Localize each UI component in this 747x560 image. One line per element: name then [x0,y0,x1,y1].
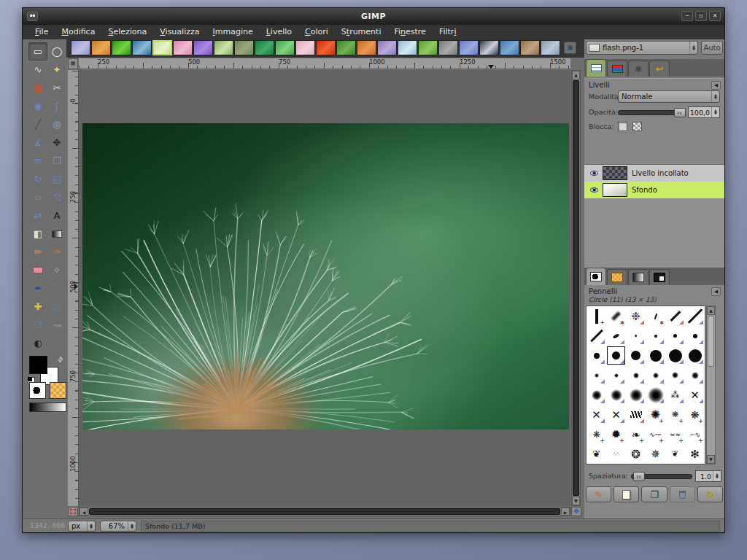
menu-file[interactable]: File [28,25,55,39]
zoom-combo[interactable]: 67% [100,521,136,532]
image-thumbnail[interactable] [214,40,233,55]
brush-grain2[interactable]: ❋+ [685,405,705,424]
layer-mode-combo[interactable]: Normale [618,90,720,103]
brush-fdot8[interactable] [646,365,665,385]
tool-eraser[interactable] [28,261,47,279]
tool-paintbrush[interactable]: ✑ [47,243,66,261]
visibility-eye-icon[interactable] [590,187,598,192]
brush-fdot8[interactable] [626,365,646,385]
image-thumbnail[interactable] [255,40,274,55]
tool-fuzzy-select[interactable]: ✦ [47,61,66,79]
tool-foreground-select[interactable]: ◉ [28,97,47,115]
tool-move[interactable]: ✥ [47,133,66,152]
panel-menu-icon[interactable]: ◀ [711,287,721,296]
image-thumbnail[interactable] [316,40,336,55]
tool-dodge-burn[interactable]: ◐ [28,334,47,352]
menu-visualizza[interactable]: Visualizza [153,25,206,39]
tool-align[interactable]: ≡ [28,152,47,170]
dock-tab-gradients[interactable] [628,269,649,285]
tool-bucket-fill[interactable]: ◧ [28,225,47,243]
brush-splatP[interactable]: ❉ [626,306,646,326]
auto-follow-button[interactable]: Auto [701,41,723,55]
brush-x[interactable]: ✕ [587,405,606,424]
ruler-corner-button[interactable]: ▦ [68,58,78,69]
menu-livello[interactable]: Livello [260,25,298,39]
vertical-scrollbar[interactable]: ▲ ▼ [571,70,581,506]
menu-finestre[interactable]: Finestre [387,25,432,39]
menu-modifica[interactable]: Modifica [55,25,101,39]
tool-pencil[interactable]: ✏ [28,243,47,261]
image-thumbnail[interactable] [398,40,417,55]
brush-script2[interactable]: ≈≈+ [665,424,685,444]
brush-fuzz16[interactable] [606,385,626,405]
spacing-spinbox[interactable]: 1.0 [695,470,721,482]
scroll-down-icon[interactable]: ▼ [572,497,580,505]
active-pattern-indicator[interactable] [50,382,66,399]
layer-row[interactable]: Livello incollato [584,165,724,182]
tool-text[interactable]: A [47,206,66,225]
brush-fslash[interactable]: ✱ [606,306,626,326]
image-selector-combo[interactable]: flash.png-1 [586,41,698,55]
image-thumbnail[interactable] [275,40,295,55]
scroll-up-icon[interactable]: ▲ [572,71,580,79]
dock-tab-paths[interactable]: ✱ [628,61,649,77]
tool-perspective-clone[interactable]: ⊞ [47,298,66,316]
brush-dot5[interactable] [665,326,685,346]
brush-splat3[interactable]: ❂ [626,444,646,464]
brush-fuzz14[interactable] [587,385,606,405]
brush-oval[interactable] [606,326,626,346]
panel-menu-icon[interactable]: ◀ [711,81,721,90]
brush-fdot6[interactable] [587,365,606,385]
menu-filtri[interactable]: Filtri [433,25,463,39]
tool-blur-sharpen[interactable]: ❍ [28,316,47,334]
image-thumbnail[interactable] [173,40,193,55]
tool-gradient[interactable] [47,225,66,243]
new-brush-button[interactable] [614,486,639,502]
image-thumbnail[interactable] [459,40,479,55]
brush-scrollbar-thumb[interactable] [708,316,714,367]
tool-heal[interactable]: ✚ [28,298,47,316]
brush-grid-scrollbar[interactable]: ▲ ▼ [706,306,716,464]
brush-fdot9[interactable] [665,365,685,385]
opacity-slider[interactable]: ⦀⦀ [618,110,685,115]
dock-tab-undo-history[interactable]: ↩ [649,61,670,77]
dock-tab-patterns[interactable] [607,269,627,285]
brush-script1[interactable]: ∿⁓+ [646,424,665,444]
active-gradient-indicator[interactable] [29,402,66,412]
tool-zoom[interactable]: ◎ [47,115,66,133]
image-thumbnail[interactable] [71,40,90,55]
dock-tab-channels[interactable] [607,61,627,77]
image-thumbnail[interactable] [91,40,111,55]
spacing-slider[interactable]: ⦀⦀ [631,474,692,479]
image-thumbnail[interactable] [479,40,499,55]
brush-dot11[interactable] [606,346,626,365]
brush-dot18[interactable] [685,346,705,365]
tool-smudge[interactable]: ↝ [47,316,66,334]
brush-dot16[interactable] [646,346,665,365]
image-thumbnail[interactable] [295,40,315,55]
slider-handle[interactable]: ⦀⦀ [633,472,645,481]
maximize-button[interactable]: ▫ [695,11,707,21]
opacity-spinbox[interactable]: 100,0 [688,106,720,118]
lock-checkbox[interactable] [618,122,627,131]
edit-brush-button[interactable]: ✎ [586,486,611,502]
image-thumbnail[interactable] [336,40,356,55]
brush-dot18[interactable] [665,346,685,365]
brush-splat5[interactable]: ✻ [685,444,705,464]
tool-airbrush[interactable]: ✧ [47,261,66,279]
tool-select-by-color[interactable]: ▦ [28,79,47,97]
brush-slash26[interactable] [685,306,705,326]
menu-colori[interactable]: Colori [298,25,335,39]
brush-dog[interactable]: ❧+ [626,424,646,444]
tool-clone[interactable]: ❐ [47,279,66,298]
scroll-right-icon[interactable]: ▶ [561,508,570,516]
image-thumbnail[interactable] [377,40,397,55]
brush-splat2[interactable]: ✹+ [606,424,626,444]
tool-ink[interactable]: ✒ [28,279,47,298]
brush-x[interactable]: ✕ [606,405,626,424]
image-thumbnail[interactable] [418,40,438,55]
scroll-down-icon[interactable]: ▼ [707,455,715,464]
menu-immagine[interactable]: Immagine [206,25,259,39]
tool-rotate[interactable]: ↻ [28,170,47,188]
brush-vline[interactable]: + [587,306,606,326]
